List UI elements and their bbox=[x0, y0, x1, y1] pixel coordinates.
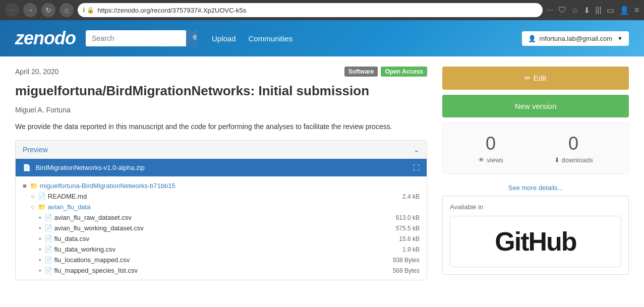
expand-icon[interactable]: ⛶ bbox=[413, 164, 420, 171]
security-icon: ℹ 🔒 bbox=[83, 7, 94, 14]
communities-link[interactable]: Communities bbox=[249, 34, 293, 43]
chevron-down-icon: ⌄ bbox=[414, 146, 420, 154]
views-count: 0 bbox=[478, 133, 503, 154]
folder-icon: 📁 bbox=[30, 182, 38, 190]
bullet-icon: ○ bbox=[31, 193, 35, 200]
bullet-icon: ▪ bbox=[39, 214, 41, 221]
home-button[interactable]: ⌂ bbox=[60, 3, 74, 17]
zenodo-logo[interactable]: zenodo bbox=[15, 28, 76, 49]
record-author: Miguel A. Fortuna bbox=[15, 106, 427, 114]
bullet-icon: ▪ bbox=[39, 256, 41, 264]
list-item: ▪ 📄 avian_flu_raw_dataset.csv 613.0 kB bbox=[23, 212, 420, 223]
sidebar-toggle-icon[interactable]: ▭ bbox=[607, 6, 614, 15]
forward-button[interactable]: → bbox=[23, 3, 37, 17]
meta-row: April 20, 2020 Software Open Access bbox=[15, 67, 427, 77]
user-dropdown[interactable]: 👤 mfortuna.lab@gmail.com ▼ bbox=[522, 31, 629, 46]
list-item: ○ 📄 README.md 2.4 kB bbox=[23, 191, 420, 202]
file-icon: 📄 bbox=[44, 245, 52, 253]
upload-link[interactable]: Upload bbox=[212, 34, 236, 43]
preview-panel: Preview ⌄ 📄 BirdMigrationNetworks-v1.0-a… bbox=[15, 140, 427, 280]
available-in-box: Available in GitHub bbox=[442, 196, 629, 275]
list-item: ▪ 📄 flu_locations_mapped.csv 938 Bytes bbox=[23, 255, 420, 265]
reload-button[interactable]: ↻ bbox=[41, 3, 55, 17]
stats-box: 0 👁 views 0 ⬇ downloads bbox=[442, 122, 629, 174]
list-item: ○ 📁 avian_flu_data bbox=[23, 202, 420, 212]
address-bar[interactable]: ℹ 🔒 https://zenodo.org/record/3757937#.X… bbox=[78, 3, 543, 17]
list-item: ▪ 📄 flu_data.csv 15.6 kB bbox=[23, 233, 420, 244]
downloads-count: 0 bbox=[554, 133, 593, 154]
more-icon[interactable]: ··· bbox=[547, 6, 553, 15]
file-icon: 📄 bbox=[38, 193, 46, 200]
downloads-stat: 0 ⬇ downloads bbox=[554, 133, 593, 164]
bullet-icon: ▪ bbox=[39, 245, 41, 253]
content-left: April 20, 2020 Software Open Access migu… bbox=[15, 67, 442, 307]
main-content: April 20, 2020 Software Open Access migu… bbox=[0, 56, 644, 307]
list-item: ▪ 📄 flu_mapped_species_list.csv 568 Byte… bbox=[23, 265, 420, 276]
see-more-link-wrap: See more details... bbox=[442, 179, 629, 196]
file-icon: 📄 bbox=[44, 224, 52, 232]
bullet-icon: ▪ bbox=[39, 235, 41, 242]
zip-file-name: 📄 BirdMigrationNetworks-v1.0-alpha.zip bbox=[23, 164, 145, 171]
file-icon: 📄 bbox=[44, 267, 52, 274]
views-stat: 0 👁 views bbox=[478, 133, 503, 164]
preview-label: Preview bbox=[23, 146, 48, 154]
sidebar: ✏ Edit New version 0 👁 views 0 ⬇ downloa… bbox=[442, 67, 629, 307]
list-item: ▪ 📄 flu_data_working.csv 1.9 kB bbox=[23, 244, 420, 255]
new-version-button[interactable]: New version bbox=[442, 95, 629, 117]
file-icon: 📄 bbox=[44, 256, 52, 264]
user-email: mfortuna.lab@gmail.com bbox=[539, 35, 612, 42]
github-logo-box: GitHub bbox=[450, 216, 621, 267]
download-icon[interactable]: ⬇ bbox=[583, 6, 590, 15]
file-icon: 📄 bbox=[23, 164, 31, 171]
bullet-icon: ■ bbox=[23, 182, 27, 190]
dropdown-caret-icon: ▼ bbox=[617, 35, 623, 41]
edit-button[interactable]: ✏ Edit bbox=[442, 67, 629, 90]
folder-link[interactable]: avian_flu_data bbox=[48, 203, 91, 211]
library-icon[interactable]: ||| bbox=[595, 6, 601, 15]
url-text: https://zenodo.org/record/3757937#.Xp2UO… bbox=[97, 7, 538, 14]
user-icon: 👤 bbox=[528, 35, 536, 42]
bullet-icon: ▪ bbox=[39, 224, 41, 232]
profile-icon[interactable]: 👤 bbox=[619, 6, 629, 15]
back-button[interactable]: ← bbox=[5, 3, 19, 17]
bullet-icon: ▪ bbox=[39, 267, 41, 274]
bookmark-icon[interactable]: ☆ bbox=[571, 6, 578, 15]
github-logo[interactable]: GitHub bbox=[495, 226, 576, 257]
available-label: Available in bbox=[450, 203, 621, 211]
main-nav: Upload Communities bbox=[212, 34, 292, 43]
search-button[interactable]: 🔍 bbox=[186, 30, 197, 46]
zip-file-row: 📄 BirdMigrationNetworks-v1.0-alpha.zip ⛶ bbox=[16, 159, 427, 176]
file-icon: 📄 bbox=[44, 235, 52, 242]
file-tree: ■ 📁 miguelfortuna-BirdMigrationNetworks-… bbox=[16, 176, 427, 280]
download-icon: ⬇ bbox=[554, 156, 560, 164]
eye-icon: 👁 bbox=[478, 156, 485, 164]
list-item: ▪ 📄 avian_flu_working_dataset.csv 575.5 … bbox=[23, 223, 420, 233]
record-description: We provide the data reported in this man… bbox=[15, 121, 427, 132]
browser-actions: ··· 🛡 ☆ ⬇ ||| ▭ 👤 ≡ bbox=[547, 6, 639, 15]
views-label: 👁 views bbox=[478, 156, 503, 164]
preview-header[interactable]: Preview ⌄ bbox=[16, 141, 427, 159]
downloads-label: ⬇ downloads bbox=[554, 156, 593, 164]
badges: Software Open Access bbox=[344, 67, 427, 77]
pocket-icon[interactable]: 🛡 bbox=[558, 6, 566, 15]
open-access-badge: Open Access bbox=[381, 67, 427, 77]
menu-icon[interactable]: ≡ bbox=[634, 6, 639, 15]
site-header: zenodo 🔍 Upload Communities 👤 mfortuna.l… bbox=[0, 20, 644, 56]
record-date: April 20, 2020 bbox=[15, 68, 58, 76]
file-icon: 📄 bbox=[44, 214, 52, 221]
software-badge: Software bbox=[344, 67, 378, 77]
tree-root-folder: ■ 📁 miguelfortuna-BirdMigrationNetworks-… bbox=[23, 180, 420, 191]
see-more-details-link[interactable]: See more details... bbox=[508, 184, 563, 192]
browser-chrome: ← → ↻ ⌂ ℹ 🔒 https://zenodo.org/record/37… bbox=[0, 0, 644, 20]
user-area: 👤 mfortuna.lab@gmail.com ▼ bbox=[522, 31, 629, 46]
bullet-icon: ○ bbox=[31, 203, 35, 211]
search-input[interactable] bbox=[86, 30, 186, 46]
record-title: miguelfortuna/BirdMigrationNetworks: Ini… bbox=[15, 83, 427, 100]
search-bar: 🔍 bbox=[86, 30, 197, 46]
root-folder-link[interactable]: miguelfortuna-BirdMigrationNetworks-b71b… bbox=[40, 182, 175, 190]
folder-icon: 📁 bbox=[38, 203, 46, 211]
